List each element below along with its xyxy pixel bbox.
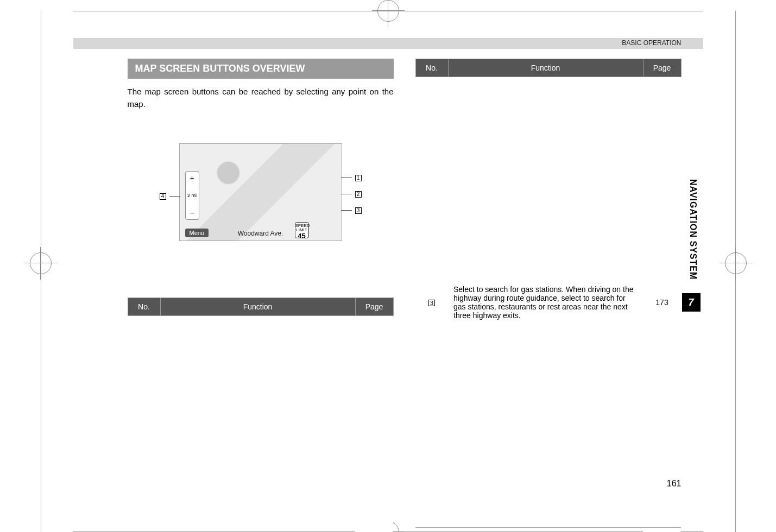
callout-2: 2 — [341, 191, 365, 198]
function-table-left: No. Function Page 1 Select to set the di… — [128, 297, 394, 533]
speed-limit-value: 45 — [295, 232, 308, 239]
row-num-box: 3 — [428, 300, 435, 306]
body-text: The map screen buttons can be reached by… — [128, 85, 394, 111]
th-page: Page — [643, 59, 681, 77]
callout-box-4: 4 — [160, 193, 166, 200]
th-no: No. — [415, 59, 448, 77]
row-page: 162 — [643, 528, 681, 533]
callout-1: 1 — [341, 175, 365, 181]
map-menu-button[interactable]: Menu — [185, 229, 209, 237]
callout-4: 4 — [156, 193, 180, 200]
zoom-minus-icon[interactable]: − — [190, 208, 194, 217]
chapter-tab: 7 — [682, 293, 701, 312]
callout-box-3: 3 — [355, 207, 362, 214]
callout-3: 3 — [341, 207, 365, 214]
page: BASIC OPERATION MAP SCREEN BUTTONS OVERV… — [73, 38, 703, 489]
left-column: MAP SCREEN BUTTONS OVERVIEW The map scre… — [128, 59, 394, 532]
page-number: 161 — [667, 479, 682, 489]
map-placeholder: + 2 mi − Menu Woodward Ave. SPEED LIMIT … — [179, 143, 342, 241]
zoom-control[interactable]: + 2 mi − — [185, 171, 199, 220]
section-label: BASIC OPERATION — [622, 39, 681, 47]
right-column: No. Function Page 3 Select to search for… — [415, 59, 682, 532]
table-row: 1 Select to set the display of the traff… — [128, 315, 393, 532]
th-no: No. — [128, 297, 160, 315]
zoom-plus-icon[interactable]: + — [190, 174, 194, 182]
heading-bar: MAP SCREEN BUTTONS OVERVIEW — [128, 59, 394, 79]
registration-mark-left — [30, 252, 52, 274]
speed-limit-sign: SPEED LIMIT 45 — [295, 222, 309, 238]
function-table-right: No. Function Page 3 Select to search for… — [415, 59, 682, 532]
row-page: 173 — [643, 77, 681, 528]
row-page: 164 — [355, 315, 393, 532]
callout-box-1: 1 — [355, 175, 362, 181]
map-street-label: Woodward Ave. — [238, 230, 283, 237]
th-func: Function — [160, 297, 355, 315]
registration-mark-top — [377, 0, 399, 22]
callout-box-2: 2 — [355, 191, 362, 198]
section-band: BASIC OPERATION — [73, 38, 703, 49]
table-row: 3 Select to search for gas stations. Whe… — [415, 77, 681, 528]
th-func: Function — [448, 59, 643, 77]
side-tab-label: NAVIGATION SYSTEM — [688, 179, 698, 280]
zoom-scale-label: 2 mi — [187, 193, 197, 198]
speed-limit-small: SPEED LIMIT — [295, 223, 310, 232]
row-func: Select to search for gas stations. When … — [448, 77, 643, 528]
figure-map: + 2 mi − Menu Woodward Ave. SPEED LIMIT … — [128, 143, 394, 243]
row-func: Select to set the display of the traffic… — [160, 315, 355, 532]
registration-mark-right — [725, 252, 747, 274]
th-page: Page — [355, 297, 393, 315]
